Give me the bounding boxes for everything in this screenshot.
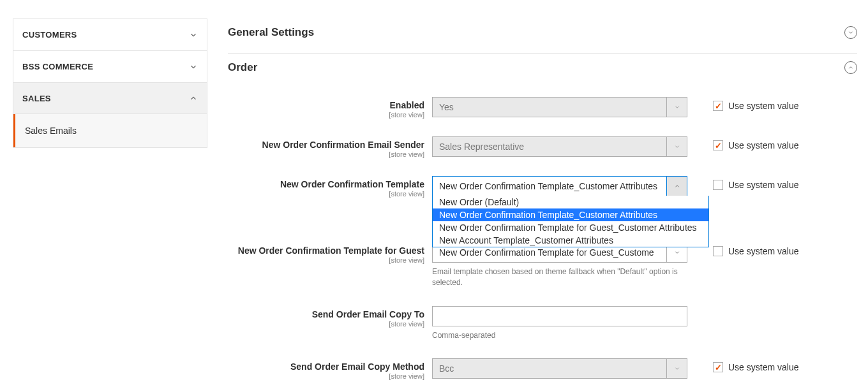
- main-panel: General Settings Order Enabled [store vi…: [228, 18, 857, 387]
- chevron-down-icon: [189, 31, 198, 40]
- field-scope: [store view]: [228, 320, 424, 328]
- use-system-col: Use system value: [687, 97, 798, 111]
- label-col: New Order Confirmation Email Sender [sto…: [228, 136, 432, 158]
- chevron-up-icon: [189, 94, 198, 103]
- sidebar-item-label: CUSTOMERS: [22, 30, 77, 40]
- use-system-col: Use system value: [687, 176, 798, 190]
- use-system-label: Use system value: [728, 362, 798, 372]
- field-col: Sales Representative: [432, 136, 687, 157]
- row-template: New Order Confirmation Template [store v…: [228, 176, 857, 198]
- field-scope: [store view]: [228, 372, 424, 380]
- select-value: Yes: [439, 102, 662, 112]
- field-col: Bcc: [432, 358, 687, 379]
- select-value: Sales Representative: [439, 142, 662, 152]
- sidebar-item-label: SALES: [22, 94, 51, 103]
- use-system-checkbox[interactable]: [713, 101, 723, 111]
- sidebar-item-label: BSS COMMERCE: [22, 62, 93, 71]
- row-sender: New Order Confirmation Email Sender [sto…: [228, 136, 857, 158]
- dropdown-option[interactable]: New Order Confirmation Template for Gues…: [433, 221, 708, 234]
- dropdown-option[interactable]: New Order Confirmation Template_Customer…: [433, 208, 708, 221]
- use-system-col: Use system value: [687, 358, 798, 372]
- chevron-down-icon: [666, 98, 687, 117]
- dropdown-option[interactable]: New Account Template_Customer Attributes: [433, 234, 708, 247]
- expand-icon: [844, 26, 857, 39]
- copy-method-select: Bcc: [432, 358, 687, 379]
- field-scope: [store view]: [228, 190, 424, 198]
- field-scope: [store view]: [228, 111, 424, 119]
- sender-select: Sales Representative: [432, 136, 687, 157]
- label-col: New Order Confirmation Template for Gues…: [228, 242, 432, 264]
- section-title: General Settings: [228, 26, 314, 39]
- field-label: New Order Confirmation Template for Gues…: [238, 245, 424, 256]
- use-system-label: Use system value: [728, 246, 798, 256]
- select-value: Bcc: [439, 363, 662, 374]
- dropdown-option[interactable]: New Order (Default): [433, 196, 708, 208]
- chevron-up-icon: [666, 177, 687, 196]
- template-dropdown: New Order (Default) New Order Confirmati…: [432, 196, 709, 247]
- chevron-down-icon: [189, 62, 198, 71]
- sidebar: CUSTOMERS BSS COMMERCE SALES Sales Email…: [13, 18, 207, 148]
- use-system-label: Use system value: [728, 140, 798, 150]
- row-copy-to: Send Order Email Copy To [store view] Co…: [228, 306, 857, 341]
- field-label: Enabled: [390, 100, 424, 110]
- sidebar-item-sales[interactable]: SALES: [13, 82, 207, 114]
- field-label: Send Order Email Copy To: [312, 309, 424, 319]
- template-select[interactable]: New Order Confirmation Template_Customer…: [432, 176, 687, 196]
- field-col: New Order Confirmation Template for Gues…: [432, 242, 687, 288]
- use-system-checkbox[interactable]: [713, 180, 723, 190]
- row-template-guest: New Order Confirmation Template for Gues…: [228, 242, 857, 288]
- section-general-settings[interactable]: General Settings: [228, 18, 857, 54]
- field-note: Email template chosen based on theme fal…: [432, 267, 687, 288]
- sidebar-item-label: Sales Emails: [25, 126, 77, 136]
- order-form: Enabled [store view] Yes Use system valu…: [228, 94, 857, 380]
- section-title: Order: [228, 61, 257, 74]
- label-col: Enabled [store view]: [228, 97, 432, 119]
- field-label: Send Order Email Copy Method: [290, 361, 424, 372]
- field-note: Comma-separated: [432, 330, 687, 341]
- field-label: New Order Confirmation Template: [280, 179, 424, 189]
- use-system-label: Use system value: [728, 180, 798, 190]
- field-col: Yes: [432, 97, 687, 117]
- section-order[interactable]: Order: [228, 54, 857, 94]
- chevron-down-icon: [666, 137, 687, 156]
- use-system-checkbox[interactable]: [713, 140, 723, 150]
- sidebar-submenu-sales: Sales Emails: [13, 114, 207, 148]
- label-col: Send Order Email Copy To [store view]: [228, 306, 432, 328]
- sidebar-item-sales-emails[interactable]: Sales Emails: [13, 114, 207, 147]
- chevron-down-icon: [666, 359, 687, 378]
- use-system-col: Use system value: [687, 136, 798, 150]
- row-copy-method: Send Order Email Copy Method [store view…: [228, 358, 857, 380]
- label-col: Send Order Email Copy Method [store view…: [228, 358, 432, 380]
- field-col: Comma-separated: [432, 306, 687, 341]
- label-col: New Order Confirmation Template [store v…: [228, 176, 432, 198]
- use-system-checkbox[interactable]: [713, 362, 723, 372]
- select-value: New Order Confirmation Template_Customer…: [439, 181, 662, 191]
- enabled-select: Yes: [432, 97, 687, 117]
- collapse-icon: [844, 61, 857, 74]
- sidebar-item-customers[interactable]: CUSTOMERS: [13, 18, 207, 50]
- field-col: New Order Confirmation Template_Customer…: [432, 176, 687, 196]
- use-system-checkbox[interactable]: [713, 246, 723, 256]
- select-value: New Order Confirmation Template for Gues…: [439, 247, 662, 258]
- sidebar-item-bss-commerce[interactable]: BSS COMMERCE: [13, 50, 207, 82]
- field-scope: [store view]: [228, 256, 424, 264]
- field-label: New Order Confirmation Email Sender: [262, 140, 424, 150]
- field-scope: [store view]: [228, 150, 424, 158]
- use-system-label: Use system value: [728, 101, 798, 111]
- copy-to-input[interactable]: [432, 306, 687, 326]
- row-enabled: Enabled [store view] Yes Use system valu…: [228, 97, 857, 119]
